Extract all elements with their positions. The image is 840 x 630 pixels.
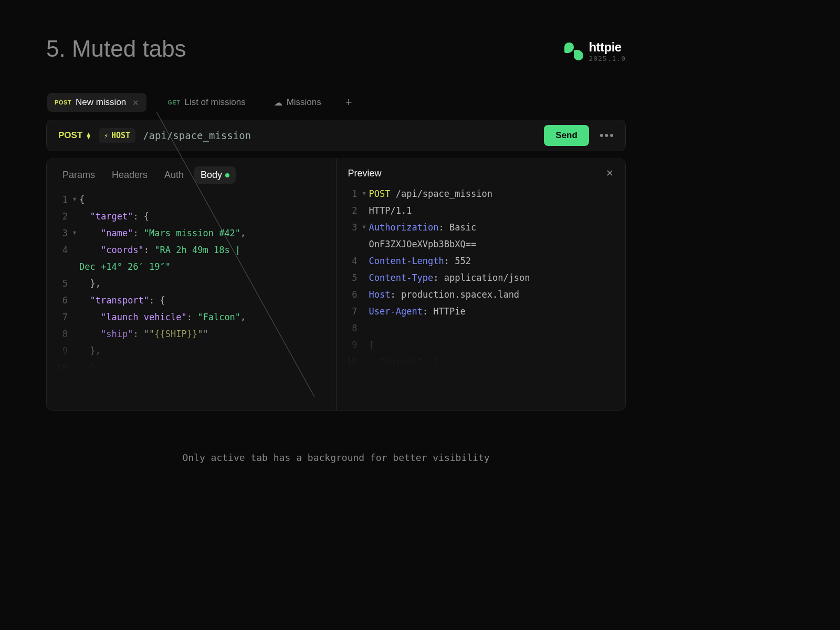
request-subtabs: Params Headers Auth Body [47, 159, 336, 189]
tab-label: List of missions [184, 97, 245, 108]
request-panel: Params Headers Auth Body 1▼{ 2 "target":… [47, 159, 336, 410]
preview-title: Preview [348, 168, 382, 179]
subtab-auth[interactable]: Auth [158, 166, 190, 184]
tab-list-missions[interactable]: GET List of missions [160, 93, 253, 112]
body-editor[interactable]: 1▼{ 2 "target": { 3▼ "name": "Mars missi… [47, 189, 336, 381]
tab-missions-collection[interactable]: ☁ Missions [267, 93, 329, 112]
page-title: 5. Muted tabs [46, 36, 186, 62]
app-window: POST New mission ✕ GET List of missions … [46, 90, 626, 411]
close-icon[interactable]: ✕ [132, 99, 139, 107]
subtab-body[interactable]: Body [194, 166, 236, 184]
host-variable-pill[interactable]: ⚡ HOST [99, 128, 135, 143]
editor-panels: Params Headers Auth Body 1▼{ 2 "target":… [46, 159, 626, 411]
preview-viewer: 1▼POST /api/space_mission 2HTTP/1.1 3▼Au… [337, 183, 626, 375]
close-icon[interactable]: ✕ [606, 167, 614, 179]
http-method-label: POST [58, 130, 82, 141]
tab-new-mission[interactable]: POST New mission ✕ [47, 93, 146, 112]
tab-label: Missions [287, 97, 321, 108]
active-dot-icon [225, 173, 229, 177]
preview-panel: Preview ✕ 1▼POST /api/space_mission 2HTT… [337, 159, 626, 410]
subtab-params[interactable]: Params [56, 166, 101, 184]
more-options-button[interactable]: ••• [596, 129, 618, 142]
send-button[interactable]: Send [544, 125, 589, 146]
tab-strip: POST New mission ✕ GET List of missions … [46, 90, 626, 114]
http-method-selector[interactable]: POST ▲▼ [58, 130, 91, 141]
url-path-input[interactable]: /api/space_mission [143, 130, 537, 141]
add-tab-button[interactable]: + [342, 96, 355, 109]
chevron-up-down-icon: ▲▼ [86, 132, 91, 139]
brand-version: 2025.1.0 [589, 55, 626, 62]
brand-block: httpie 2025.1.0 [564, 40, 626, 62]
brand-name: httpie [589, 40, 626, 55]
tab-method-badge: GET [167, 99, 180, 106]
tab-label: New mission [76, 97, 126, 108]
httpie-logo-icon [564, 43, 583, 60]
subtab-headers[interactable]: Headers [106, 166, 154, 184]
host-label: HOST [111, 131, 130, 140]
bolt-icon: ⚡ [104, 132, 108, 140]
tab-method-badge: POST [55, 99, 71, 106]
caption-text: Only active tab has a background for bet… [0, 452, 672, 463]
url-bar: POST ▲▼ ⚡ HOST /api/space_mission Send •… [46, 120, 626, 151]
cloud-icon: ☁ [274, 98, 282, 108]
